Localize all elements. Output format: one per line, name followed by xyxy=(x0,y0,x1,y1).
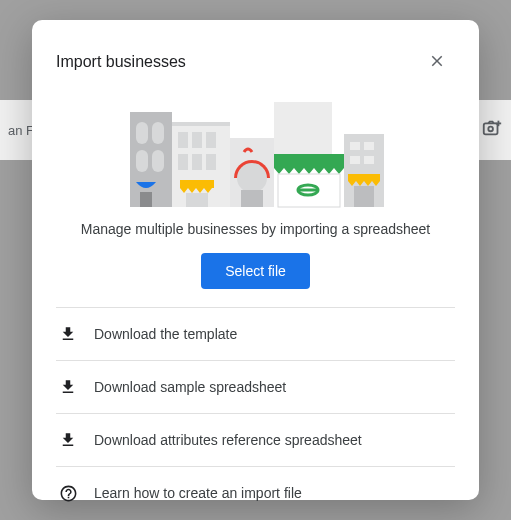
learn-more-link[interactable]: Learn how to create an import file xyxy=(56,466,455,519)
svg-rect-12 xyxy=(178,132,188,148)
svg-rect-24 xyxy=(274,154,344,168)
download-attributes-link[interactable]: Download attributes reference spreadshee… xyxy=(56,413,455,466)
svg-rect-16 xyxy=(192,154,202,170)
svg-rect-30 xyxy=(364,142,374,150)
storefront-illustration xyxy=(126,94,386,209)
svg-rect-32 xyxy=(364,156,374,164)
import-businesses-dialog: Import businesses xyxy=(32,20,479,500)
link-list: Download the template Download sample sp… xyxy=(56,307,455,519)
svg-rect-22 xyxy=(241,190,263,207)
svg-point-1 xyxy=(488,127,493,132)
svg-rect-34 xyxy=(354,186,374,207)
link-label: Download sample spreadsheet xyxy=(94,379,286,395)
dialog-header: Import businesses xyxy=(56,44,455,80)
svg-rect-19 xyxy=(186,193,208,207)
download-icon xyxy=(58,324,78,344)
svg-rect-5 xyxy=(136,122,148,144)
svg-rect-11 xyxy=(172,122,230,126)
svg-rect-17 xyxy=(206,154,216,170)
add-photo-icon xyxy=(481,117,503,143)
svg-rect-15 xyxy=(178,154,188,170)
dialog-subtitle: Manage multiple businesses by importing … xyxy=(56,221,455,237)
download-icon xyxy=(58,377,78,397)
svg-rect-0 xyxy=(484,123,498,134)
svg-rect-29 xyxy=(350,142,360,150)
svg-rect-31 xyxy=(350,156,360,164)
svg-point-21 xyxy=(237,163,267,193)
svg-rect-7 xyxy=(136,150,148,172)
link-label: Download attributes reference spreadshee… xyxy=(94,432,362,448)
download-icon xyxy=(58,430,78,450)
dialog-title: Import businesses xyxy=(56,53,186,71)
svg-rect-18 xyxy=(180,180,214,188)
help-icon xyxy=(58,483,78,503)
download-template-link[interactable]: Download the template xyxy=(56,307,455,360)
svg-rect-8 xyxy=(152,150,164,172)
link-label: Learn how to create an import file xyxy=(94,485,302,501)
svg-rect-6 xyxy=(152,122,164,144)
svg-rect-23 xyxy=(274,102,332,154)
svg-rect-33 xyxy=(348,174,380,181)
select-file-button[interactable]: Select file xyxy=(201,253,310,289)
link-label: Download the template xyxy=(94,326,237,342)
close-button[interactable] xyxy=(419,44,455,80)
close-icon xyxy=(428,52,446,73)
svg-rect-9 xyxy=(140,192,152,207)
download-sample-link[interactable]: Download sample spreadsheet xyxy=(56,360,455,413)
svg-rect-14 xyxy=(206,132,216,148)
svg-rect-13 xyxy=(192,132,202,148)
